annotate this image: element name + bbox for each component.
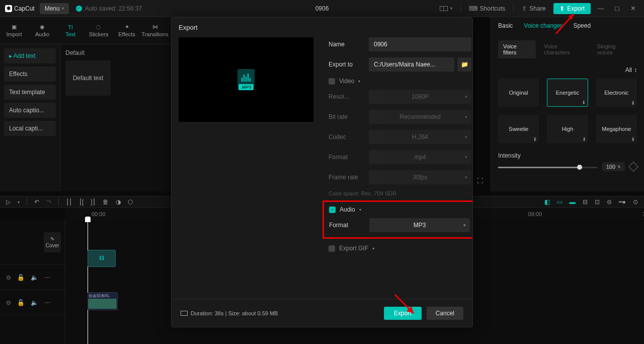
minimize-button[interactable]: — <box>595 5 607 12</box>
sidebar-auto-captions[interactable]: Auto captio... <box>4 103 56 118</box>
tl-icon-4[interactable]: ⊟ <box>583 198 588 205</box>
shield-tool[interactable]: ⬡ <box>128 198 133 205</box>
sidebar-template[interactable]: Text template <box>4 85 56 100</box>
zoom-out[interactable]: ⊖ <box>607 198 612 205</box>
marker-tool[interactable]: ◑ <box>116 198 121 205</box>
subtab-singing-voices[interactable]: Singing voices <box>592 40 637 58</box>
exportto-input[interactable] <box>369 57 454 72</box>
video-format-select[interactable]: mp4▾ <box>369 150 471 164</box>
preset-electronic[interactable]: Electronic⬇ <box>596 79 637 107</box>
more-icon[interactable]: ⋯ <box>44 274 50 281</box>
undo-button[interactable]: ↶ <box>34 198 39 205</box>
framerate-select[interactable]: 30fps▾ <box>369 170 471 184</box>
autosave-text: Auto saved: 22:56:37 <box>85 5 142 12</box>
mp3-file-icon <box>237 69 255 86</box>
split-left[interactable]: ⎮[ <box>79 198 84 205</box>
toggle-icon[interactable]: ⊖ <box>6 299 11 306</box>
browse-folder-button[interactable]: 📁 <box>457 57 471 72</box>
slider-thumb[interactable] <box>577 165 582 170</box>
left-panel: ▣Import ◉Audio TIText ◌Stickers ✦Effects… <box>0 17 171 191</box>
audio-section-header[interactable]: ✓ Audio ▾ <box>329 206 470 213</box>
tl-icon-3[interactable]: ▬ <box>570 198 576 205</box>
chevron-icon: ▾ <box>372 246 374 251</box>
video-header-label: Video <box>339 78 354 85</box>
split-right[interactable]: ]⎮ <box>91 198 95 205</box>
delete-tool[interactable]: 🗑 <box>103 198 109 205</box>
redo-button[interactable]: ↷ <box>46 198 51 205</box>
preset-energetic[interactable]: Energetic⬇ <box>547 79 588 107</box>
gif-section-header[interactable]: Export GIF ▾ <box>329 245 471 252</box>
export-confirm-button[interactable]: Export <box>384 307 422 320</box>
tl-icon-2[interactable]: ▭ <box>557 198 562 205</box>
aformat-label: Format <box>329 222 369 229</box>
tab-voice-changer[interactable]: Voice changer <box>524 22 562 32</box>
cover-button[interactable]: ✎Cover <box>44 232 61 252</box>
tl-icon-1[interactable]: ◧ <box>544 198 550 205</box>
preset-high[interactable]: High⬇ <box>547 115 588 143</box>
lock-icon[interactable]: 🔓 <box>17 299 25 306</box>
resolution-select[interactable]: 1080P▾ <box>369 90 471 104</box>
default-text-card[interactable]: Default text <box>65 60 111 96</box>
split-tool[interactable]: ⎮⎮ <box>66 198 72 205</box>
mute-icon[interactable]: 🔈 <box>31 274 38 281</box>
playhead[interactable] <box>88 220 88 344</box>
zoom-slider[interactable]: ━● <box>619 198 626 205</box>
tool-effects[interactable]: ✦Effects <box>113 17 141 44</box>
subtab-voice-filters[interactable]: Voice filters <box>498 40 536 58</box>
tab-speed[interactable]: Speed <box>573 22 591 32</box>
separator <box>460 5 461 13</box>
lock-icon[interactable]: 🔓 <box>17 274 25 281</box>
video-clip[interactable]: 🎞 <box>88 250 116 267</box>
mute-icon[interactable]: 🔈 <box>31 299 38 306</box>
layout-button[interactable]: ▾ <box>436 4 456 13</box>
sidebar-effects[interactable]: Effects <box>4 66 56 82</box>
video-section-header[interactable]: Video ▾ <box>329 78 471 85</box>
chevron-down-icon: ▾ <box>450 6 452 11</box>
name-input[interactable] <box>369 37 471 51</box>
export-button-top[interactable]: ⬆Export <box>553 3 591 14</box>
right-tabs: Basic Voice changer Speed <box>498 22 637 32</box>
cancel-button[interactable]: Cancel <box>427 307 463 320</box>
audio-checkbox[interactable]: ✓ <box>329 207 336 213</box>
preset-sweetie[interactable]: Sweetie⬇ <box>498 115 539 143</box>
more-icon[interactable]: ⋯ <box>44 299 50 306</box>
tool-text[interactable]: TIText <box>56 17 85 44</box>
tool-transitions[interactable]: ⋈Transitions <box>141 17 169 44</box>
fullscreen-button[interactable]: ⛶ <box>477 177 483 184</box>
tl-icon-5[interactable]: ⊡ <box>595 198 600 205</box>
codec-select[interactable]: H.264▾ <box>369 130 471 144</box>
tool-import[interactable]: ▣Import <box>0 17 28 44</box>
maximize-button[interactable]: ◻ <box>611 5 623 12</box>
keyboard-icon: ⌨ <box>469 5 477 12</box>
intensity-value[interactable]: 100⇅ <box>602 162 625 171</box>
tab-basic[interactable]: Basic <box>498 22 513 32</box>
sidebar-local-captions[interactable]: Local capti... <box>4 121 56 136</box>
preset-original[interactable]: Original <box>498 79 539 107</box>
tool-audio[interactable]: ◉Audio <box>28 17 56 44</box>
video-checkbox[interactable] <box>329 78 335 85</box>
preset-sort[interactable]: All↕ <box>498 66 637 74</box>
modal-footer: Duration: 38s | Size: about 0.59 MB Expo… <box>172 299 472 327</box>
audio-format-select[interactable]: MP3▾ <box>369 218 470 232</box>
preset-megaphone[interactable]: Megaphone⬇ <box>596 115 637 143</box>
gif-checkbox[interactable] <box>329 245 335 252</box>
name-label: Name <box>329 41 369 48</box>
subtab-voice-characters[interactable]: Voice characters <box>539 40 589 58</box>
app-name: CapCut <box>14 5 35 12</box>
topbar-right: ▾ ⌨Shortcuts ⇪Share ⬆Export — ◻ ✕ <box>436 3 639 14</box>
audio-clip[interactable]: 你会回来吗- <box>88 292 118 310</box>
menu-button[interactable]: Menu ▾ <box>40 3 69 14</box>
sidebar-add-text[interactable]: Add text <box>4 48 56 63</box>
share-button[interactable]: ⇪Share <box>518 3 549 14</box>
reset-icon[interactable] <box>628 162 638 172</box>
shortcuts-button[interactable]: ⌨Shortcuts <box>465 3 510 14</box>
pointer-tool[interactable]: ▷ <box>6 198 11 205</box>
intensity-slider[interactable] <box>498 167 597 168</box>
film-icon: 🎞 <box>100 256 104 261</box>
bitrate-select[interactable]: Recommended▾ <box>369 110 471 124</box>
tool-stickers[interactable]: ◌Stickers <box>85 17 113 44</box>
toggle-icon[interactable]: ⊖ <box>6 274 11 281</box>
layout-icon <box>440 6 448 11</box>
zoom-fit[interactable]: ⊙ <box>633 198 638 205</box>
close-button[interactable]: ✕ <box>627 5 639 12</box>
